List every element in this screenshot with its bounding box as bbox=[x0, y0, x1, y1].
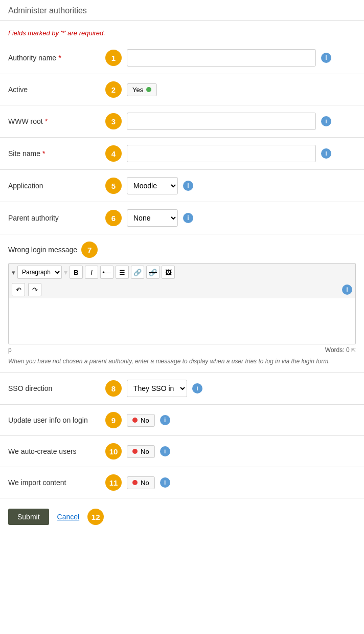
unlink-icon: 🔗 bbox=[149, 269, 157, 276]
www-root-info-icon[interactable]: i bbox=[321, 116, 331, 126]
www-root-row: WWW root * 3 i bbox=[0, 105, 364, 138]
italic-button[interactable]: I bbox=[85, 266, 98, 279]
redo-button[interactable]: ↷ bbox=[28, 283, 41, 296]
wrong-login-block: Wrong login message 7 ▾ Paragraph ▾ B I … bbox=[0, 234, 364, 373]
step-badge-4: 4 bbox=[105, 145, 122, 162]
authority-name-input[interactable] bbox=[127, 49, 316, 67]
active-toggle-dot bbox=[146, 87, 151, 92]
application-info-icon[interactable]: i bbox=[183, 181, 193, 191]
update-user-info-toggle-label: No bbox=[141, 417, 149, 424]
site-name-info-icon[interactable]: i bbox=[321, 148, 331, 159]
image-button[interactable]: 🖼 bbox=[162, 266, 175, 279]
required-star: * bbox=[58, 54, 61, 62]
step-badge-10: 10 bbox=[105, 443, 122, 460]
unlink-button[interactable]: 🔗 bbox=[146, 266, 160, 279]
active-label: Active bbox=[8, 85, 105, 94]
step-badge-3: 3 bbox=[105, 113, 122, 129]
submit-button[interactable]: Submit bbox=[8, 509, 49, 525]
site-name-control: i bbox=[127, 145, 356, 162]
sso-direction-row: SSO direction 8 They SSO in i bbox=[0, 373, 364, 405]
step-badge-2: 2 bbox=[105, 81, 122, 98]
cancel-button[interactable]: Cancel bbox=[57, 513, 80, 521]
update-user-info-row: Update user info on login 9 No i bbox=[0, 405, 364, 436]
authority-name-info-icon[interactable]: i bbox=[321, 53, 331, 63]
parent-authority-row: Parent authority 6 None i bbox=[0, 202, 364, 234]
parent-authority-info-icon[interactable]: i bbox=[183, 213, 193, 223]
link-icon: 🔗 bbox=[133, 269, 142, 276]
step-badge-6: 6 bbox=[105, 210, 122, 226]
sso-direction-control: They SSO in i bbox=[127, 380, 356, 397]
editor-words: Words: 0 ⇱ bbox=[325, 346, 356, 354]
parent-authority-label: Parent authority bbox=[8, 214, 105, 222]
auto-create-users-toggle-label: No bbox=[141, 448, 149, 455]
authority-name-control: i bbox=[127, 49, 356, 67]
editor-toolbar-row1: ▾ Paragraph ▾ B I •— ☰ 🔗 🔗 🖼 bbox=[8, 263, 356, 281]
resize-handle-icon[interactable]: ⇱ bbox=[351, 347, 356, 353]
paragraph-select[interactable]: Paragraph bbox=[17, 266, 62, 279]
undo-button[interactable]: ↶ bbox=[12, 283, 25, 296]
www-root-input[interactable] bbox=[127, 113, 316, 130]
import-content-toggle-label: No bbox=[141, 479, 149, 487]
import-content-toggle[interactable]: No bbox=[127, 476, 155, 489]
auto-create-users-row: We auto-create users 10 No i bbox=[0, 436, 364, 467]
toolbar-divider1: ▾ bbox=[64, 268, 67, 276]
ordered-list-icon: ☰ bbox=[119, 269, 125, 276]
update-user-info-icon[interactable]: i bbox=[160, 415, 170, 425]
required-star-www: * bbox=[45, 117, 48, 125]
wrong-login-info-icon[interactable]: i bbox=[342, 285, 352, 295]
update-user-info-control: No i bbox=[127, 414, 356, 427]
import-content-label: We import content bbox=[8, 478, 105, 487]
step-badge-8: 8 bbox=[105, 380, 122, 397]
wrong-login-hint: When you have not chosen a parent author… bbox=[8, 358, 356, 365]
undo-redo-group: ↶ ↷ bbox=[12, 283, 41, 296]
active-toggle[interactable]: Yes bbox=[127, 83, 157, 96]
import-content-info-icon[interactable]: i bbox=[160, 477, 170, 488]
authority-name-row: Authority name * 1 i bbox=[0, 42, 364, 74]
link-button[interactable]: 🔗 bbox=[131, 266, 144, 279]
active-row: Active 2 Yes bbox=[0, 74, 364, 105]
application-control: Moodle i bbox=[127, 177, 356, 194]
auto-create-users-control: No i bbox=[127, 445, 356, 458]
auto-create-users-toggle[interactable]: No bbox=[127, 445, 155, 458]
update-user-info-dot bbox=[132, 418, 138, 423]
wrong-login-editor[interactable] bbox=[8, 298, 356, 344]
bullet-list-icon: •— bbox=[102, 269, 111, 276]
application-row: Application 5 Moodle i bbox=[0, 170, 364, 202]
page-header: Administer authorities bbox=[0, 0, 364, 21]
application-label: Application bbox=[8, 182, 105, 190]
application-select[interactable]: Moodle bbox=[127, 177, 178, 194]
auto-create-users-info-icon[interactable]: i bbox=[160, 446, 170, 456]
site-name-row: Site name * 4 i bbox=[0, 138, 364, 170]
bullet-list-button[interactable]: •— bbox=[100, 266, 113, 279]
toolbar-chevron-down[interactable]: ▾ bbox=[12, 269, 15, 276]
editor-footer: p Words: 0 ⇱ bbox=[8, 346, 356, 354]
step-badge-1: 1 bbox=[105, 50, 122, 66]
www-root-label: WWW root * bbox=[8, 117, 105, 125]
page-title: Administer authorities bbox=[8, 6, 356, 15]
sso-direction-label: SSO direction bbox=[8, 384, 105, 392]
update-user-info-toggle[interactable]: No bbox=[127, 414, 155, 427]
active-control: Yes bbox=[127, 83, 356, 96]
update-user-info-label: Update user info on login bbox=[8, 416, 105, 424]
form-actions: Submit Cancel 12 bbox=[0, 498, 364, 535]
step-badge-11: 11 bbox=[105, 474, 122, 491]
site-name-label: Site name * bbox=[8, 149, 105, 158]
auto-create-users-dot bbox=[132, 449, 138, 454]
site-name-input[interactable] bbox=[127, 145, 316, 162]
required-fields-note: Fields marked by '*' are required. bbox=[0, 21, 364, 42]
wrong-login-label-row: Wrong login message 7 bbox=[8, 242, 356, 258]
import-content-dot bbox=[132, 480, 138, 485]
parent-authority-control: None i bbox=[127, 209, 356, 227]
import-content-control: No i bbox=[127, 476, 356, 489]
step-badge-9: 9 bbox=[105, 412, 122, 428]
ordered-list-button[interactable]: ☰ bbox=[116, 266, 129, 279]
www-root-control: i bbox=[127, 113, 356, 130]
bold-button[interactable]: B bbox=[70, 266, 83, 279]
image-icon: 🖼 bbox=[165, 269, 172, 276]
sso-direction-select[interactable]: They SSO in bbox=[127, 380, 187, 397]
authority-name-label: Authority name * bbox=[8, 54, 105, 62]
required-star-site: * bbox=[42, 149, 45, 158]
sso-direction-info-icon[interactable]: i bbox=[192, 383, 202, 393]
step-badge-7: 7 bbox=[81, 242, 98, 258]
parent-authority-select[interactable]: None bbox=[127, 209, 178, 227]
